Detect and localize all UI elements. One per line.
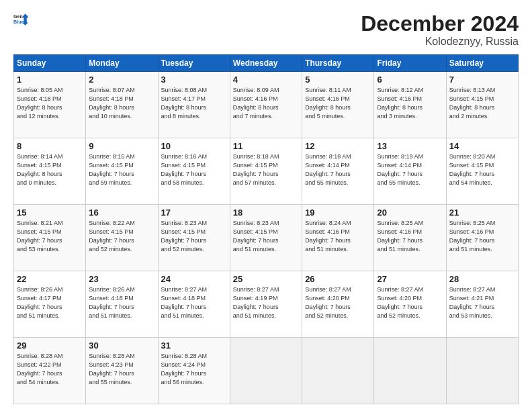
- day-number: 9: [89, 141, 154, 151]
- calendar-cell: 3 Sunrise: 8:08 AMSunset: 4:17 PMDayligh…: [158, 72, 230, 138]
- day-number: 24: [161, 274, 227, 284]
- day-info: Sunrise: 8:26 AMSunset: 4:17 PMDaylight:…: [17, 286, 63, 319]
- day-number: 25: [233, 274, 299, 284]
- col-header-thursday: Thursday: [302, 55, 374, 72]
- col-header-friday: Friday: [374, 55, 446, 72]
- day-number: 10: [161, 141, 227, 151]
- calendar-cell: 19 Sunrise: 8:24 AMSunset: 4:16 PMDaylig…: [302, 205, 374, 271]
- week-row-1: 1 Sunrise: 8:05 AMSunset: 4:18 PMDayligh…: [14, 72, 519, 138]
- day-info: Sunrise: 8:27 AMSunset: 4:19 PMDaylight:…: [233, 286, 279, 319]
- day-info: Sunrise: 8:08 AMSunset: 4:17 PMDaylight:…: [161, 87, 208, 120]
- logo: General Blue: [13, 12, 28, 27]
- day-number: 18: [233, 208, 299, 218]
- day-info: Sunrise: 8:21 AMSunset: 4:15 PMDaylight:…: [17, 220, 63, 253]
- svg-text:Blue: Blue: [13, 19, 24, 25]
- day-number: 19: [305, 208, 371, 218]
- day-number: 3: [161, 75, 227, 85]
- calendar-cell: 31 Sunrise: 8:28 AMSunset: 4:24 PMDaylig…: [158, 338, 230, 404]
- day-info: Sunrise: 8:26 AMSunset: 4:18 PMDaylight:…: [89, 286, 135, 319]
- calendar-cell: 26 Sunrise: 8:27 AMSunset: 4:20 PMDaylig…: [302, 271, 374, 338]
- day-number: 28: [449, 274, 515, 284]
- day-number: 1: [17, 75, 83, 85]
- day-number: 29: [17, 340, 83, 351]
- week-row-4: 22 Sunrise: 8:26 AMSunset: 4:17 PMDaylig…: [14, 271, 519, 338]
- col-header-saturday: Saturday: [446, 55, 518, 72]
- day-number: 13: [377, 141, 443, 151]
- day-number: 20: [377, 208, 443, 218]
- logo-icon: General Blue: [13, 12, 28, 27]
- day-info: Sunrise: 8:27 AMSunset: 4:20 PMDaylight:…: [377, 286, 423, 319]
- day-number: 14: [449, 141, 515, 151]
- day-number: 16: [89, 208, 154, 218]
- header: General Blue December 2024 Kolodeznyy, R…: [13, 12, 519, 48]
- day-info: Sunrise: 8:07 AMSunset: 4:18 PMDaylight:…: [89, 87, 135, 120]
- calendar-cell: 7 Sunrise: 8:13 AMSunset: 4:15 PMDayligh…: [446, 72, 518, 138]
- day-info: Sunrise: 8:27 AMSunset: 4:21 PMDaylight:…: [449, 286, 496, 319]
- calendar-cell: [230, 338, 302, 404]
- day-number: 27: [377, 274, 443, 284]
- day-info: Sunrise: 8:18 AMSunset: 4:14 PMDaylight:…: [305, 153, 351, 186]
- day-info: Sunrise: 8:22 AMSunset: 4:15 PMDaylight:…: [89, 220, 135, 253]
- day-info: Sunrise: 8:15 AMSunset: 4:15 PMDaylight:…: [89, 153, 135, 186]
- day-header-row: SundayMondayTuesdayWednesdayThursdayFrid…: [14, 55, 519, 72]
- day-number: 12: [305, 141, 371, 151]
- title-block: December 2024 Kolodeznyy, Russia: [361, 12, 519, 48]
- day-info: Sunrise: 8:13 AMSunset: 4:15 PMDaylight:…: [449, 87, 496, 120]
- calendar-cell: 21 Sunrise: 8:25 AMSunset: 4:16 PMDaylig…: [446, 205, 518, 271]
- calendar-cell: 2 Sunrise: 8:07 AMSunset: 4:18 PMDayligh…: [86, 72, 158, 138]
- calendar-cell: 22 Sunrise: 8:26 AMSunset: 4:17 PMDaylig…: [14, 271, 86, 338]
- calendar-cell: 18 Sunrise: 8:23 AMSunset: 4:15 PMDaylig…: [230, 205, 302, 271]
- calendar-cell: 6 Sunrise: 8:12 AMSunset: 4:16 PMDayligh…: [374, 72, 446, 138]
- calendar-cell: 28 Sunrise: 8:27 AMSunset: 4:21 PMDaylig…: [446, 271, 518, 338]
- day-info: Sunrise: 8:24 AMSunset: 4:16 PMDaylight:…: [305, 220, 351, 253]
- day-info: Sunrise: 8:18 AMSunset: 4:15 PMDaylight:…: [233, 153, 279, 186]
- week-row-3: 15 Sunrise: 8:21 AMSunset: 4:15 PMDaylig…: [14, 205, 519, 271]
- day-info: Sunrise: 8:05 AMSunset: 4:18 PMDaylight:…: [17, 87, 63, 120]
- calendar-cell: 20 Sunrise: 8:25 AMSunset: 4:16 PMDaylig…: [374, 205, 446, 271]
- calendar-cell: 5 Sunrise: 8:11 AMSunset: 4:16 PMDayligh…: [302, 72, 374, 138]
- calendar-cell: [374, 338, 446, 404]
- calendar-cell: 24 Sunrise: 8:27 AMSunset: 4:18 PMDaylig…: [158, 271, 230, 338]
- col-header-sunday: Sunday: [14, 55, 86, 72]
- page: General Blue December 2024 Kolodeznyy, R…: [0, 0, 532, 411]
- calendar-cell: 10 Sunrise: 8:16 AMSunset: 4:15 PMDaylig…: [158, 138, 230, 205]
- day-number: 22: [17, 274, 83, 284]
- calendar-table: SundayMondayTuesdayWednesdayThursdayFrid…: [13, 54, 519, 404]
- day-number: 4: [233, 75, 299, 85]
- day-info: Sunrise: 8:28 AMSunset: 4:22 PMDaylight:…: [17, 353, 63, 385]
- day-info: Sunrise: 8:20 AMSunset: 4:15 PMDaylight:…: [449, 153, 496, 186]
- day-number: 8: [17, 141, 83, 151]
- calendar-cell: 16 Sunrise: 8:22 AMSunset: 4:15 PMDaylig…: [86, 205, 158, 271]
- day-info: Sunrise: 8:28 AMSunset: 4:23 PMDaylight:…: [89, 353, 135, 385]
- day-number: 21: [449, 208, 515, 218]
- day-number: 5: [305, 75, 371, 85]
- calendar-cell: 13 Sunrise: 8:19 AMSunset: 4:14 PMDaylig…: [374, 138, 446, 205]
- day-number: 15: [17, 208, 83, 218]
- day-info: Sunrise: 8:28 AMSunset: 4:24 PMDaylight:…: [161, 353, 208, 385]
- day-number: 6: [377, 75, 443, 85]
- day-info: Sunrise: 8:25 AMSunset: 4:16 PMDaylight:…: [377, 220, 423, 253]
- col-header-wednesday: Wednesday: [230, 55, 302, 72]
- calendar-cell: 9 Sunrise: 8:15 AMSunset: 4:15 PMDayligh…: [86, 138, 158, 205]
- day-info: Sunrise: 8:14 AMSunset: 4:15 PMDaylight:…: [17, 153, 63, 186]
- calendar-cell: 25 Sunrise: 8:27 AMSunset: 4:19 PMDaylig…: [230, 271, 302, 338]
- day-info: Sunrise: 8:19 AMSunset: 4:14 PMDaylight:…: [377, 153, 423, 186]
- day-info: Sunrise: 8:09 AMSunset: 4:16 PMDaylight:…: [233, 87, 279, 120]
- calendar-cell: 1 Sunrise: 8:05 AMSunset: 4:18 PMDayligh…: [14, 72, 86, 138]
- calendar-cell: 27 Sunrise: 8:27 AMSunset: 4:20 PMDaylig…: [374, 271, 446, 338]
- day-number: 7: [449, 75, 515, 85]
- month-title: December 2024: [361, 12, 519, 36]
- calendar-cell: 15 Sunrise: 8:21 AMSunset: 4:15 PMDaylig…: [14, 205, 86, 271]
- calendar-cell: 29 Sunrise: 8:28 AMSunset: 4:22 PMDaylig…: [14, 338, 86, 404]
- calendar-cell: 8 Sunrise: 8:14 AMSunset: 4:15 PMDayligh…: [14, 138, 86, 205]
- day-number: 30: [89, 340, 154, 351]
- day-info: Sunrise: 8:25 AMSunset: 4:16 PMDaylight:…: [449, 220, 496, 253]
- day-number: 31: [161, 340, 227, 351]
- col-header-tuesday: Tuesday: [158, 55, 230, 72]
- day-number: 2: [89, 75, 154, 85]
- day-number: 26: [305, 274, 371, 284]
- day-number: 23: [89, 274, 154, 284]
- calendar-cell: 4 Sunrise: 8:09 AMSunset: 4:16 PMDayligh…: [230, 72, 302, 138]
- calendar-cell: [446, 338, 518, 404]
- subtitle: Kolodeznyy, Russia: [361, 36, 519, 48]
